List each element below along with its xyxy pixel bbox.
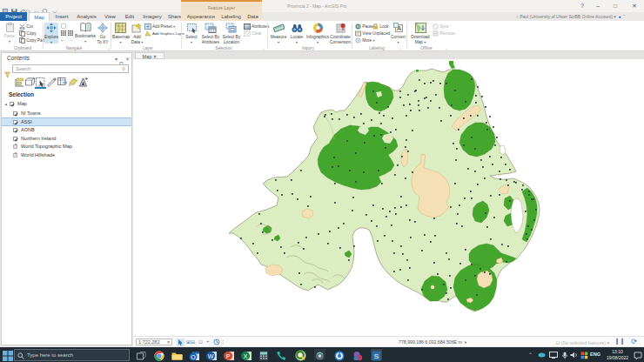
svg-text:W: W <box>208 353 214 359</box>
svg-text:X: X <box>244 353 248 359</box>
svg-text:O: O <box>191 354 196 360</box>
svg-text:S: S <box>374 352 379 360</box>
svg-text:P: P <box>226 353 231 359</box>
